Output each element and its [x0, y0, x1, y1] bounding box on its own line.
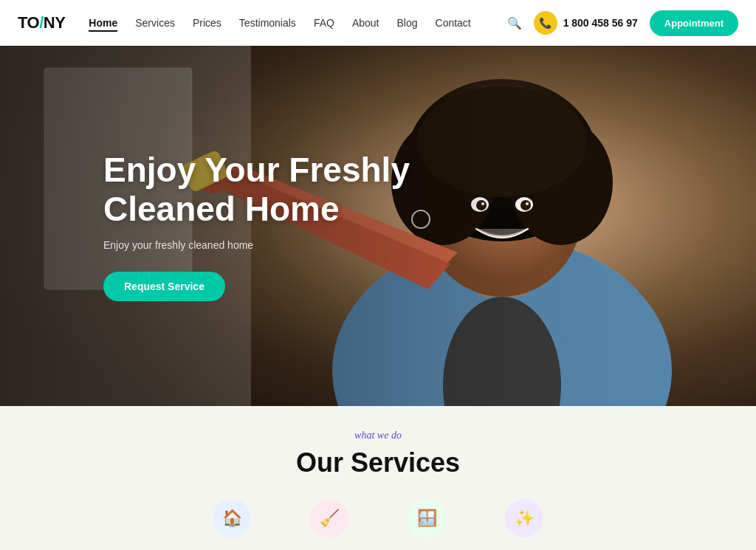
nav-link-prices[interactable]: Prices	[193, 17, 221, 29]
logo: TO/NY	[18, 13, 65, 32]
nav-link-faq[interactable]: FAQ	[314, 17, 334, 29]
home-cleaning-icon: 🏠	[213, 499, 251, 537]
services-section: what we do Our Services 🏠 🧹 🪟 ✨	[0, 406, 756, 550]
window-cleaning-symbol: 🪟	[417, 509, 437, 528]
hero-section: Enjoy Your Freshly Cleaned Home Enjoy yo…	[0, 46, 756, 406]
nav-link-about[interactable]: About	[352, 17, 379, 29]
navbar-left: TO/NY Home Services Prices Testimonials …	[18, 13, 471, 32]
appointment-button[interactable]: Appointment	[650, 10, 738, 36]
service-item-window-cleaning[interactable]: 🪟	[408, 499, 446, 537]
services-section-subtitle: what we do	[0, 430, 756, 441]
office-cleaning-icon: 🧹	[310, 499, 348, 537]
nav-item-services[interactable]: Services	[135, 16, 175, 30]
service-item-home-cleaning[interactable]: 🏠	[213, 499, 251, 537]
nav-item-home[interactable]: Home	[89, 16, 117, 30]
phone-icon: 📞	[539, 17, 551, 29]
nav-item-faq[interactable]: FAQ	[314, 16, 334, 30]
nav-link-home[interactable]: Home	[89, 17, 117, 32]
logo-text-to: TO	[18, 13, 39, 32]
deep-cleaning-symbol: ✨	[515, 509, 535, 528]
home-cleaning-symbol: 🏠	[222, 509, 242, 528]
request-service-button[interactable]: Request Service	[103, 272, 225, 301]
nav-item-about[interactable]: About	[352, 16, 379, 30]
hero-subtitle: Enjoy your freshly cleaned home	[103, 239, 756, 251]
service-item-office-cleaning[interactable]: 🧹	[310, 499, 348, 537]
nav-link-testimonials[interactable]: Testimonials	[239, 17, 296, 29]
navbar: TO/NY Home Services Prices Testimonials …	[0, 0, 756, 46]
navbar-right: 🔍 📞 1 800 458 56 97 Appointment	[507, 10, 738, 36]
services-section-title: Our Services	[0, 447, 756, 478]
phone-number: 1 800 458 56 97	[563, 17, 638, 29]
nav-link-services[interactable]: Services	[135, 17, 175, 29]
nav-item-blog[interactable]: Blog	[396, 16, 417, 30]
service-item-deep-cleaning[interactable]: ✨	[505, 499, 543, 537]
nav-links: Home Services Prices Testimonials FAQ Ab…	[89, 16, 470, 30]
hero-title: Enjoy Your Freshly Cleaned Home	[103, 151, 443, 229]
hero-content: Enjoy Your Freshly Cleaned Home Enjoy yo…	[0, 46, 756, 406]
nav-item-prices[interactable]: Prices	[193, 16, 221, 30]
search-button[interactable]: 🔍	[507, 16, 522, 30]
nav-item-testimonials[interactable]: Testimonials	[239, 16, 296, 30]
nav-item-contact[interactable]: Contact	[436, 16, 471, 30]
phone-icon-circle: 📞	[534, 11, 557, 35]
phone-wrapper: 📞 1 800 458 56 97	[534, 11, 638, 35]
services-icons-row: 🏠 🧹 🪟 ✨	[0, 499, 756, 537]
deep-cleaning-icon: ✨	[505, 499, 543, 537]
search-icon: 🔍	[507, 16, 522, 30]
nav-link-contact[interactable]: Contact	[436, 17, 471, 29]
nav-link-blog[interactable]: Blog	[396, 17, 417, 29]
window-cleaning-icon: 🪟	[408, 499, 446, 537]
logo-text-ny: NY	[44, 13, 66, 32]
office-cleaning-symbol: 🧹	[320, 509, 340, 528]
